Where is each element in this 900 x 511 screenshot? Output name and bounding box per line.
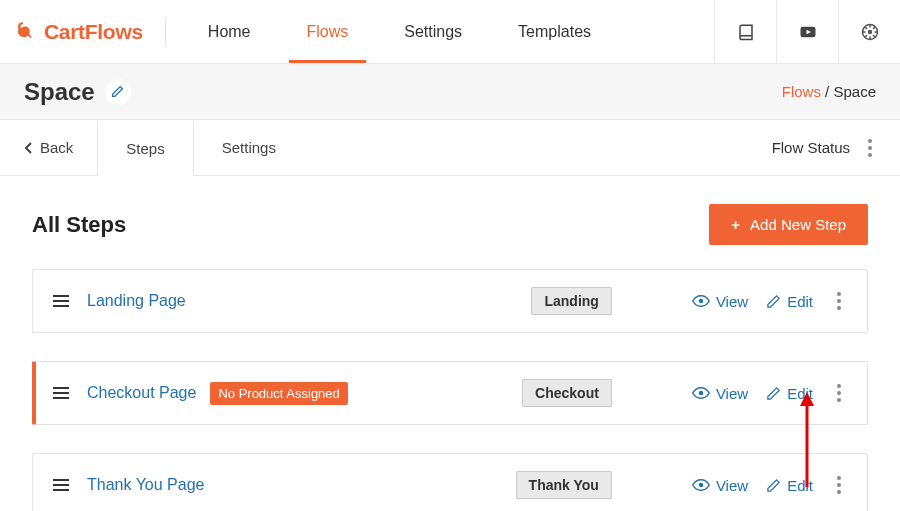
chevron-left-icon	[24, 142, 32, 154]
edit-label: Edit	[787, 293, 813, 310]
flow-status-button[interactable]: Flow Status	[772, 139, 850, 156]
breadcrumb: Flows / Space	[782, 83, 876, 100]
nav-settings[interactable]: Settings	[376, 0, 490, 63]
top-nav: CartFlows Home Flows Settings Templates	[0, 0, 900, 64]
step-card: Thank You Page Thank You View Edit	[32, 453, 868, 511]
view-button[interactable]: View	[692, 384, 748, 402]
list-title: All Steps	[32, 212, 126, 238]
step-more-menu[interactable]	[831, 286, 847, 316]
drag-handle-icon[interactable]	[53, 479, 69, 491]
tab-row: Back Steps Settings Flow Status	[0, 120, 900, 176]
step-type: Landing	[531, 292, 611, 310]
brand-name: CartFlows	[44, 20, 143, 44]
step-actions: View Edit	[692, 470, 847, 500]
eye-icon	[692, 384, 710, 402]
back-label: Back	[40, 139, 73, 156]
docs-icon[interactable]	[714, 0, 776, 63]
tab-steps[interactable]: Steps	[97, 121, 193, 176]
page-title-text: Space	[24, 78, 95, 106]
step-more-menu[interactable]	[831, 470, 847, 500]
video-icon[interactable]	[776, 0, 838, 63]
edit-label: Edit	[787, 385, 813, 402]
breadcrumb-current: Space	[833, 83, 876, 100]
divider	[165, 18, 166, 46]
drag-handle-icon[interactable]	[53, 387, 69, 399]
list-header: All Steps + Add New Step	[32, 204, 868, 245]
edit-button[interactable]: Edit	[766, 293, 813, 310]
view-label: View	[716, 293, 748, 310]
svg-point-2	[867, 29, 872, 34]
svg-point-5	[699, 483, 704, 488]
edit-title-button[interactable]	[105, 79, 131, 105]
page-header: Space Flows / Space	[0, 64, 900, 120]
svg-point-4	[699, 391, 704, 396]
svg-point-3	[699, 299, 704, 304]
edit-button[interactable]: Edit	[766, 385, 813, 402]
step-name-link[interactable]: Thank You Page	[87, 476, 204, 494]
steps-panel: All Steps + Add New Step Landing Page La…	[0, 176, 900, 511]
step-type-badge: Landing	[531, 287, 611, 315]
primary-nav: Home Flows Settings Templates	[180, 0, 619, 63]
step-type: Thank You	[516, 476, 612, 494]
step-type-badge: Thank You	[516, 471, 612, 499]
view-label: View	[716, 477, 748, 494]
nav-templates[interactable]: Templates	[490, 0, 619, 63]
step-actions: View Edit	[692, 286, 847, 316]
step-name-link[interactable]: Landing Page	[87, 292, 186, 310]
drag-handle-icon[interactable]	[53, 295, 69, 307]
add-new-step-button[interactable]: + Add New Step	[709, 204, 868, 245]
step-card: Checkout Page No Product Assigned Checko…	[32, 361, 868, 425]
step-type-badge: Checkout	[522, 379, 612, 407]
page-title: Space	[24, 78, 131, 106]
flow-more-menu[interactable]	[862, 133, 878, 163]
edit-button[interactable]: Edit	[766, 477, 813, 494]
nav-flows[interactable]: Flows	[279, 0, 377, 63]
brand[interactable]: CartFlows	[0, 19, 161, 44]
eye-icon	[692, 292, 710, 310]
edit-label: Edit	[787, 477, 813, 494]
step-name-link[interactable]: Checkout Page	[87, 384, 196, 402]
step-type: Checkout	[522, 384, 612, 402]
no-product-badge: No Product Assigned	[210, 382, 347, 405]
step-actions: View Edit	[692, 378, 847, 408]
step-card: Landing Page Landing View Edit	[32, 269, 868, 333]
topbar-actions	[714, 0, 900, 63]
pencil-icon	[766, 386, 781, 401]
view-label: View	[716, 385, 748, 402]
pencil-icon	[766, 294, 781, 309]
nav-home[interactable]: Home	[180, 0, 279, 63]
add-new-step-label: Add New Step	[750, 216, 846, 233]
back-button[interactable]: Back	[0, 120, 97, 175]
breadcrumb-parent[interactable]: Flows	[782, 83, 821, 100]
cartflows-logo-icon	[18, 19, 38, 44]
step-more-menu[interactable]	[831, 378, 847, 408]
view-button[interactable]: View	[692, 292, 748, 310]
view-button[interactable]: View	[692, 476, 748, 494]
plus-icon: +	[731, 216, 740, 233]
eye-icon	[692, 476, 710, 494]
pencil-icon	[766, 478, 781, 493]
help-icon[interactable]	[838, 0, 900, 63]
tab-settings[interactable]: Settings	[194, 120, 304, 175]
